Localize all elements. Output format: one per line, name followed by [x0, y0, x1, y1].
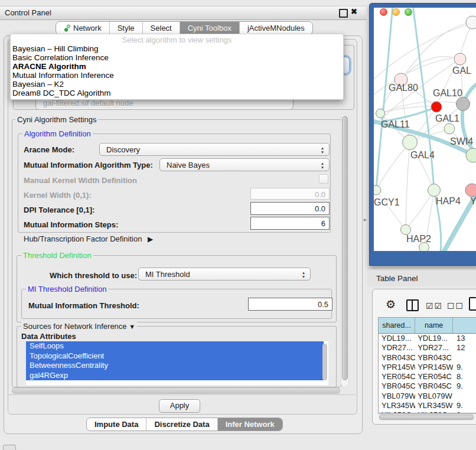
mi-threshold-field[interactable]: 0.5 [248, 298, 332, 311]
column-header-shared[interactable]: shared... [379, 318, 415, 333]
minimize-traffic-light[interactable] [392, 8, 400, 16]
node-label: HAP2 [406, 234, 431, 244]
tab-infer-network[interactable]: Infer Network [217, 418, 282, 431]
tab-impute-data[interactable]: Impute Data [87, 418, 146, 431]
hub-definition-disclosure[interactable]: Hub/Transcription Factor Definition ▶ [24, 234, 153, 243]
columns-icon[interactable] [406, 299, 419, 311]
algorithm-option[interactable]: Bayesian – K2 [11, 80, 343, 89]
manual-kernel-checkbox[interactable] [319, 174, 328, 184]
data-attributes-label: Data Attributes [21, 332, 76, 341]
table-row[interactable]: YPR145WYPR145W9. [379, 363, 476, 372]
aracne-mode-label: Aracne Mode: [24, 145, 74, 154]
select-all-checkboxes-icon[interactable]: ☑☑ [426, 301, 443, 311]
sources-group-title[interactable]: Sources for Network Inference ▼ [21, 322, 137, 331]
network-view[interactable]: GALGAL80GAL10GAL1GAL11GAL4SWI4GCY1HAP4YH… [374, 8, 476, 251]
algorithm-option[interactable]: Dream8 DC_TDC Algorithm [11, 89, 343, 97]
table-cell: YER054C [415, 372, 453, 381]
table-cell [453, 353, 476, 363]
apply-button[interactable]: Apply [159, 399, 200, 413]
table-row[interactable]: YLR345WYLR345W9. [379, 401, 476, 410]
data-attributes-list[interactable]: SelfLoopsTopologicalCoefficientBetweenne… [26, 341, 328, 385]
algorithm-option[interactable]: ARACNE Algorithm [11, 62, 343, 71]
table-cell [453, 392, 476, 401]
combo-arrows-icon: ▲▼ [301, 270, 307, 279]
table-cell: YDL19... [415, 334, 453, 343]
minimized-panel-icon[interactable] [3, 445, 16, 450]
network-node[interactable] [419, 243, 429, 252]
network-node[interactable] [444, 123, 455, 134]
which-threshold-combo[interactable]: MI Threshold ▲▼ [138, 268, 311, 281]
zoom-traffic-light[interactable] [405, 8, 412, 16]
table-cell: 9. [453, 401, 476, 410]
list-scrollbar-thumb[interactable] [322, 344, 327, 380]
tab-discretize-data[interactable]: Discretize Data [146, 418, 217, 431]
table-cell: YDR27... [415, 343, 453, 353]
network-node[interactable] [465, 184, 476, 197]
dropdown-placeholder: Select algorithm to view settings [11, 35, 343, 44]
settings-hscroll-thumb[interactable] [12, 387, 340, 394]
tab-cyni-toolbox[interactable]: Cyni Toolbox [180, 22, 239, 34]
table-row[interactable]: YBR043CYBR043C [379, 353, 476, 363]
deselect-all-checkboxes-icon[interactable]: ☐☐ [447, 301, 464, 311]
tab-style[interactable]: Style [109, 22, 142, 34]
algorithm-definition-title: Algorithm Definition [22, 129, 93, 138]
mi-steps-label: Mutual Information Steps: [24, 220, 118, 229]
float-window-icon[interactable] [339, 9, 348, 18]
algorithm-dropdown-popup: Select algorithm to view settings Bayesi… [10, 34, 344, 100]
network-node[interactable] [431, 102, 442, 112]
table-cell: YBL079W [415, 392, 453, 401]
tab-network[interactable]: Network [56, 22, 109, 34]
network-node[interactable] [454, 53, 466, 65]
attribute-list-item[interactable]: gal4RGexp [26, 371, 324, 381]
close-traffic-light[interactable] [380, 8, 387, 16]
node-label: HAP4 [436, 196, 461, 206]
network-node[interactable] [401, 225, 411, 235]
settings-vscroll-thumb[interactable] [342, 116, 348, 380]
table-header[interactable]: shared... name [379, 318, 476, 334]
document-icon[interactable] [469, 297, 476, 311]
network-node[interactable] [403, 135, 418, 150]
combo-arrows-icon: ▲▼ [319, 161, 325, 169]
mi-type-combo[interactable]: Naive Bayes ▲▼ [159, 158, 330, 171]
threshold-definition-title: Threshold Definition [21, 251, 93, 260]
table-row[interactable]: YDL19...YDL19...13 [379, 334, 476, 343]
network-node[interactable] [374, 185, 381, 195]
table-cell: YBR043C [379, 353, 415, 363]
close-icon[interactable]: ✖ [351, 7, 357, 16]
attribute-list-item[interactable]: TopologicalCoefficient [26, 351, 324, 361]
network-canvas[interactable]: GALGAL80GAL10GAL1GAL11GAL4SWI4GCY1HAP4YH… [374, 8, 476, 251]
aracne-mode-combo[interactable]: Discovery ▲▼ [99, 143, 330, 156]
disclosure-down-icon: ▼ [129, 323, 135, 330]
table-row[interactable]: YER054CYER054C8. [379, 372, 476, 381]
network-node[interactable] [428, 184, 441, 197]
gear-icon[interactable]: ⚙ [386, 298, 396, 311]
table-cell: YPR145W [415, 363, 453, 372]
tab-jactivemnodules[interactable]: jActiveMNodules [239, 22, 312, 34]
disclosure-right-icon: ▶ [148, 235, 153, 243]
table-row[interactable]: YDR27...YDR27...12 [379, 343, 476, 353]
table-cell: 13 [453, 334, 476, 343]
algorithm-option[interactable]: Basic Correlation Inference [11, 53, 343, 62]
network-node[interactable] [376, 109, 385, 118]
column-header-name[interactable]: name [415, 318, 453, 333]
algorithm-dropdown-list: Bayesian – Hill ClimbingBasic Correlatio… [11, 44, 343, 97]
network-node[interactable] [457, 97, 470, 111]
algorithm-option[interactable]: Bayesian – Hill Climbing [11, 44, 343, 53]
node-attribute-table[interactable]: shared... name YDL19...YDL19...13YDR27..… [378, 317, 476, 413]
table-hscroll-thumb[interactable] [379, 415, 474, 420]
network-edges-teal [374, 8, 476, 251]
attribute-list-item[interactable]: SelfLoops [26, 341, 324, 351]
column-header-3[interactable] [453, 318, 476, 333]
attribute-list-item[interactable]: BetweennessCentrality [26, 361, 324, 371]
algorithm-option[interactable]: Mutual Information Inference [11, 71, 343, 80]
dpi-tolerance-field[interactable]: 0.0 [250, 202, 330, 215]
table-row[interactable]: YBR045CYBR045C9. [379, 381, 476, 391]
which-threshold-label: Which threshold to use: [50, 271, 137, 280]
table-row[interactable]: YBL079WYBL079W [379, 392, 476, 401]
mi-steps-field[interactable]: 6 [250, 217, 330, 230]
table-panel-titlebar: Table Panel [367, 269, 476, 286]
splitter-collapse-icon[interactable]: ▸ [364, 216, 367, 223]
tab-select[interactable]: Select [142, 22, 180, 34]
node-label: GAL10 [433, 88, 462, 98]
network-node[interactable] [466, 16, 476, 29]
